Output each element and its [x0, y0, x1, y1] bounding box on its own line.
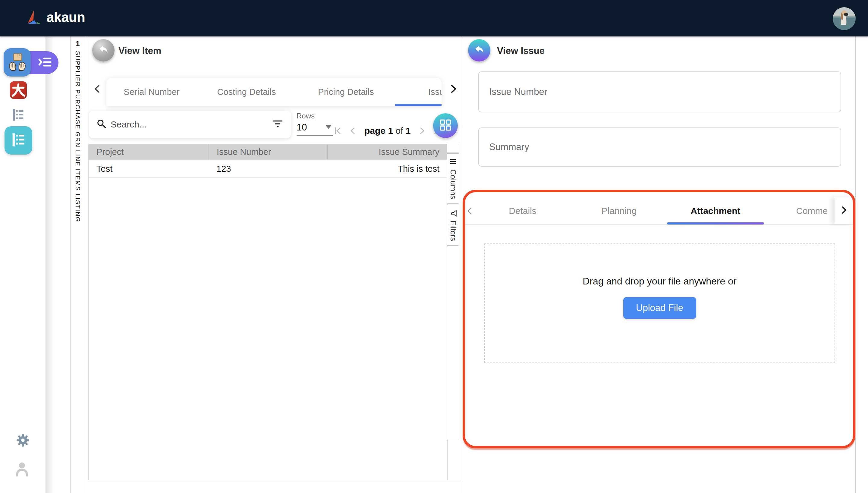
tab-attachment[interactable]: Attachment — [667, 197, 764, 224]
table-header-row: Project Issue Number Issue Summary — [89, 144, 447, 160]
columns-rail-label: Columns — [449, 169, 457, 199]
view-item-panel: View Item Serial Number Costing Details … — [87, 37, 461, 480]
brand[interactable]: akaun — [26, 8, 85, 26]
rows-value: 10 — [297, 122, 307, 133]
cell-project: Test — [89, 164, 209, 174]
grid-view-icon — [439, 119, 452, 133]
page-total: 1 — [406, 126, 411, 135]
filters-rail-label: Filters — [449, 220, 457, 241]
sidebar-shadow — [46, 37, 54, 493]
filter-list-icon[interactable] — [272, 119, 283, 130]
view-issue-panel: View Issue Issue Number Summary Details … — [462, 37, 855, 493]
settings-gear-icon — [16, 443, 30, 448]
rows-label: Rows — [297, 112, 336, 120]
search-icon — [97, 119, 106, 130]
tab-pricing-details[interactable]: Pricing Details — [296, 78, 396, 106]
right-tabs-scroll-right[interactable] — [834, 197, 853, 224]
tab-details[interactable]: Details — [474, 197, 571, 224]
hands-holding-box-icon — [7, 52, 27, 73]
issue-number-field[interactable]: Issue Number — [478, 71, 841, 112]
right-panel-title: View Issue — [497, 45, 545, 56]
list-alt-gray-icon — [10, 107, 26, 124]
active-tab-underline — [395, 104, 441, 106]
table-row[interactable]: Test 123 This is test — [89, 160, 447, 177]
page-of-label: of — [395, 126, 403, 135]
prev-page-icon[interactable] — [348, 126, 359, 135]
right-panel-tabbar: Details Planning Attachment Comme — [465, 197, 853, 224]
app-sidebar — [0, 37, 46, 493]
tabbar-bottom-border — [465, 224, 853, 224]
right-tabs-scroll-right-icon — [839, 205, 848, 216]
user-avatar[interactable] — [833, 7, 855, 30]
column-header-issue-number[interactable]: Issue Number — [209, 144, 327, 160]
tab-serial-number[interactable]: Serial Number — [106, 78, 197, 106]
tab-planning[interactable]: Planning — [571, 197, 667, 224]
upload-file-button[interactable]: Upload File — [623, 297, 696, 319]
search-input[interactable] — [111, 119, 272, 130]
profile-button[interactable] — [15, 462, 29, 478]
menu-open-icon — [38, 56, 52, 69]
app-root: akaun — [0, 0, 868, 493]
sidebar-item-listing-teal[interactable] — [4, 126, 32, 155]
module-tab-label: SUPPLIER PURCHASE GRN LINE ITEMS LISTING — [74, 51, 81, 222]
sidebar-item-red-app[interactable] — [10, 81, 27, 99]
filters-rail-tab[interactable]: Filters — [447, 205, 459, 245]
search-bar — [89, 111, 291, 138]
person-icon — [15, 472, 29, 478]
columns-rail-tab[interactable]: Columns — [447, 153, 459, 204]
right-tabs-scroll-left-icon[interactable] — [465, 206, 474, 216]
rows-select[interactable]: 10 — [297, 122, 333, 136]
tab-issues[interactable]: Issu — [396, 78, 441, 106]
module-tab-index: 1 — [70, 40, 85, 48]
first-page-icon[interactable] — [334, 126, 344, 135]
file-dropzone[interactable]: Drag and drop your file anywhere or Uplo… — [484, 243, 835, 363]
filter-funnel-icon — [449, 210, 457, 217]
pagination: page 1 of 1 — [334, 126, 441, 136]
rows-per-page: Rows 10 — [297, 112, 336, 136]
rail-empty-area — [447, 246, 459, 440]
column-header-issue-summary[interactable]: Issue Summary — [327, 144, 447, 160]
columns-icon — [449, 158, 457, 166]
next-page-icon[interactable] — [416, 126, 427, 135]
back-button-right-panel[interactable] — [468, 39, 490, 62]
page-current: 1 — [388, 126, 393, 135]
table-scrollbar-track[interactable] — [447, 143, 459, 152]
column-header-project[interactable]: Project — [89, 144, 209, 160]
cell-issue-number: 123 — [209, 164, 327, 174]
brand-name: akaun — [46, 9, 85, 25]
tab-costing-details[interactable]: Costing Details — [197, 78, 296, 106]
list-alt-teal-icon — [9, 131, 27, 150]
cell-issue-summary: This is test — [327, 164, 447, 174]
grid-view-button[interactable] — [433, 113, 458, 138]
left-tabs-scroll-right-icon[interactable] — [448, 84, 458, 94]
top-header: akaun — [0, 0, 868, 37]
left-tabs-scroll-left-icon[interactable] — [92, 84, 103, 94]
chevron-down-icon — [325, 125, 331, 129]
page-label: page — [364, 126, 386, 135]
red-cjk-app-icon — [10, 81, 26, 99]
page-indicator: page 1 of 1 — [364, 126, 411, 136]
summary-label: Summary — [489, 142, 529, 152]
back-button-left-panel[interactable] — [92, 39, 114, 62]
summary-field[interactable]: Summary — [478, 127, 841, 167]
back-arrow-icon — [98, 44, 109, 56]
sidebar-item-supplier-module[interactable] — [4, 48, 31, 77]
settings-button[interactable] — [16, 433, 30, 448]
issue-number-label: Issue Number — [489, 86, 547, 97]
sidebar-item-listing-gray[interactable] — [10, 107, 26, 124]
dropzone-hint: Drag and drop your file anywhere or — [583, 276, 737, 287]
left-panel-tabbar: Serial Number Costing Details Pricing De… — [106, 78, 441, 106]
module-tab-strip[interactable]: 1 SUPPLIER PURCHASE GRN LINE ITEMS LISTI… — [70, 37, 85, 493]
issues-table: Project Issue Number Issue Summary Test … — [88, 144, 448, 480]
back-arrow-icon — [474, 44, 485, 56]
akaun-logo-icon — [26, 8, 42, 26]
table-side-rail: Columns Filters — [447, 143, 459, 440]
left-panel-title: View Item — [118, 45, 161, 56]
